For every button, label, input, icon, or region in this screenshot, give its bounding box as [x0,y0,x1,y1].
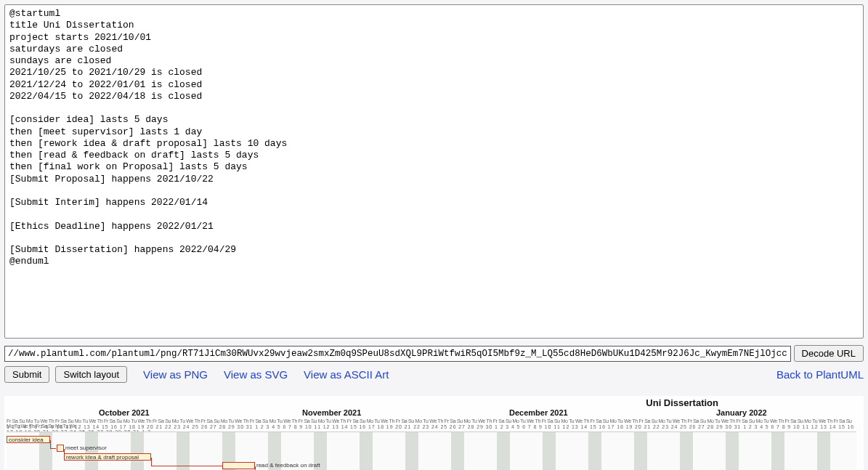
view-as-png-link[interactable]: View as PNG [143,368,208,381]
encoded-url-input[interactable] [4,346,791,362]
diagram-title: Uni Dissertation [4,396,864,408]
month-label: December 2021 [509,408,568,417]
month-label: November 2021 [302,408,361,417]
calendar-grid [7,431,856,470]
task-bar: read & feedback on draft [222,462,255,469]
task-bar: consider idea [7,436,50,443]
submit-button[interactable]: Submit [4,366,49,383]
back-to-plantuml-link[interactable]: Back to PlantUML [776,368,864,381]
task-bar: meet supervisor [57,445,64,452]
plantuml-source-textarea[interactable] [4,4,864,339]
task-bar: rework idea & draft proposal [64,453,151,461]
view-as-ascii-link[interactable]: View as ASCII Art [304,368,389,381]
view-as-svg-link[interactable]: View as SVG [224,368,288,381]
switch-layout-button[interactable]: Switch layout [55,366,127,383]
month-label: October 2021 [99,408,150,417]
month-label: January 2022 [716,408,767,417]
decode-url-button[interactable]: Decode URL [794,345,864,362]
gantt-diagram-output: Uni Dissertation October 2021 November 2… [4,396,864,470]
